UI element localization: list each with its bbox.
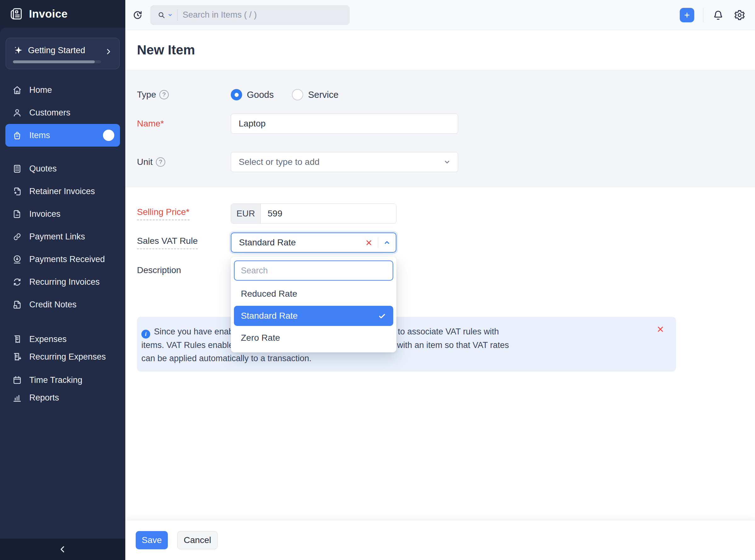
sidebar-item-items[interactable]: Items [5, 124, 120, 146]
search-scope-chevron-icon[interactable] [168, 12, 173, 18]
reports-icon [12, 393, 22, 403]
customers-icon [12, 107, 22, 118]
unit-placeholder: Select or type to add [239, 157, 320, 167]
radio-unselected-icon[interactable] [292, 89, 303, 100]
payment-links-icon [12, 232, 22, 242]
app-name: Invoice [29, 7, 68, 20]
topbar [125, 0, 755, 30]
sales-vat-rule-select[interactable]: Standard Rate [231, 233, 396, 253]
unit-label: Unit [137, 157, 231, 167]
sidebar-item-home[interactable]: Home [0, 79, 125, 101]
sidebar-item-quotes[interactable]: Quotes [0, 157, 125, 180]
bell-icon [712, 9, 724, 21]
plus-icon [103, 132, 114, 138]
refresh-clock-icon [132, 9, 143, 21]
info-icon [141, 330, 150, 339]
sidebar-item-customers[interactable]: Customers [0, 101, 125, 124]
type-option-goods[interactable]: Goods [231, 89, 274, 100]
chevron-right-icon [104, 47, 112, 56]
page-title: New Item [137, 42, 195, 58]
selling-price-field[interactable] [261, 204, 396, 223]
sidebar-nav: Home Customers Items Quotes [0, 79, 125, 406]
retainer-invoices-icon [12, 186, 22, 197]
description-label: Description [137, 265, 231, 275]
currency-prefix: EUR [231, 204, 261, 223]
save-button[interactable]: Save [136, 531, 168, 549]
app-logo[interactable]: Invoice [0, 0, 125, 28]
payments-received-icon [12, 254, 22, 265]
cancel-button[interactable]: Cancel [177, 531, 217, 549]
unit-select[interactable]: Select or type to add [231, 152, 458, 172]
items-bag-icon [12, 130, 22, 141]
form-action-bar: Save Cancel [125, 520, 755, 560]
sidebar-item-retainer-invoices[interactable]: Retainer Invoices [0, 180, 125, 203]
search-icon [157, 11, 166, 19]
radio-selected-icon[interactable] [231, 89, 242, 100]
type-option-service[interactable]: Service [292, 89, 338, 100]
chevron-down-icon [443, 158, 451, 166]
item-basic-section: Type Goods Service Name* [125, 70, 755, 187]
getting-started-card[interactable]: Getting Started [6, 38, 120, 69]
vat-option-zero-rate[interactable]: Zero Rate [234, 328, 393, 348]
add-item-quick-button[interactable] [103, 129, 114, 141]
plus-icon [683, 11, 691, 19]
gear-icon [734, 9, 746, 21]
invoices-icon [12, 209, 22, 219]
banner-close-button[interactable] [656, 325, 665, 334]
selling-price-label: Selling Price* [137, 207, 231, 220]
sidebar-item-reports[interactable]: Reports [0, 389, 125, 406]
expenses-icon [12, 334, 22, 344]
type-radio-group: Goods Service [231, 89, 338, 100]
chevron-up-icon[interactable] [383, 239, 391, 246]
search-input[interactable] [182, 10, 343, 20]
settings-button[interactable] [734, 9, 746, 21]
name-label: Name* [137, 119, 231, 129]
sidebar-item-time-tracking[interactable]: Time Tracking [0, 371, 125, 389]
getting-started-progress [13, 60, 101, 63]
sidebar-item-recurring-expenses[interactable]: Recurring Expenses [0, 348, 125, 365]
sidebar-item-payments-received[interactable]: Payments Received [0, 248, 125, 271]
check-icon [378, 312, 386, 320]
dropdown-search-input[interactable] [234, 260, 393, 281]
credit-notes-icon [12, 300, 22, 310]
quick-create-button[interactable] [680, 8, 694, 22]
page-header: New Item [125, 30, 755, 70]
sidebar-body: Getting Started Home Customers [0, 28, 125, 539]
vat-rule-value: Standard Rate [239, 238, 365, 247]
recurring-expenses-icon [12, 352, 22, 362]
global-search[interactable] [151, 5, 349, 25]
invoice-logo-icon [9, 6, 24, 21]
topbar-divider [703, 8, 703, 22]
chevron-left-icon [58, 545, 67, 554]
main-area: New Item Type Goods Service [125, 0, 755, 560]
quotes-icon [12, 164, 22, 174]
home-icon [12, 85, 22, 95]
topbar-actions [680, 8, 748, 22]
sidebar: Invoice Getting Started Home Customers [0, 0, 125, 560]
search-divider [177, 9, 178, 21]
sidebar-item-credit-notes[interactable]: Credit Notes [0, 293, 125, 316]
vat-option-reduced-rate[interactable]: Reduced Rate [234, 284, 393, 304]
notifications-button[interactable] [712, 9, 724, 21]
time-tracking-icon [12, 375, 22, 385]
vat-rule-dropdown: Reduced Rate Standard Rate Zero Rate [231, 257, 396, 352]
banner-line-3: can be applied automatically to a transa… [141, 352, 647, 365]
name-field[interactable] [231, 114, 458, 134]
app-window: Invoice Getting Started Home Customers [0, 0, 755, 560]
unit-help-icon[interactable] [156, 157, 165, 167]
sidebar-item-invoices[interactable]: Invoices [0, 203, 125, 225]
selling-price-group: EUR [231, 203, 396, 224]
sidebar-item-recurring-invoices[interactable]: Recurring Invoices [0, 271, 125, 293]
sidebar-item-payment-links[interactable]: Payment Links [0, 225, 125, 248]
item-pricing-section: Selling Price* EUR Sales VAT Rule Standa… [125, 187, 755, 372]
sidebar-collapse-button[interactable] [0, 539, 125, 560]
clear-selection-icon[interactable] [365, 239, 373, 247]
type-help-icon[interactable] [159, 90, 169, 99]
sidebar-item-expenses[interactable]: Expenses [0, 330, 125, 348]
refresh-button[interactable] [130, 8, 145, 22]
select-divider [378, 237, 378, 248]
sales-vat-rule-label: Sales VAT Rule [137, 236, 231, 249]
type-label: Type [137, 90, 231, 100]
recurring-invoices-icon [12, 277, 22, 287]
vat-option-standard-rate[interactable]: Standard Rate [234, 306, 393, 326]
